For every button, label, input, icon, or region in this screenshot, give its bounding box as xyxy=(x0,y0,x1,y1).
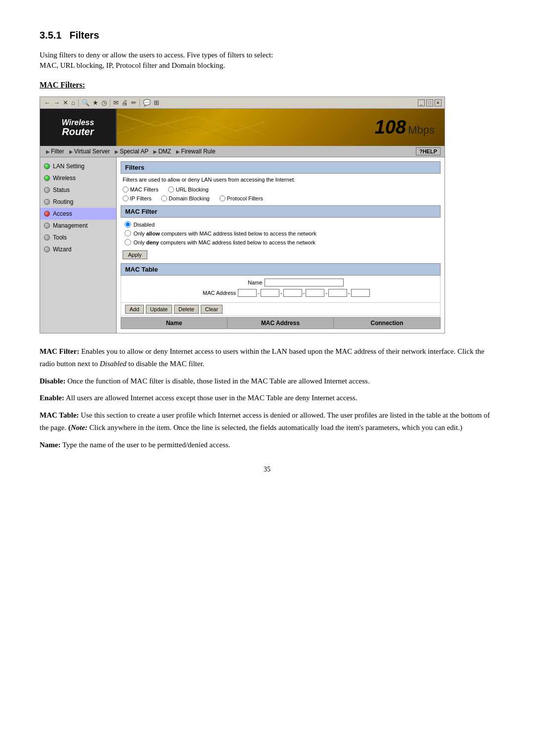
history-icon[interactable]: ◷ xyxy=(100,98,108,107)
page-number: 35 xyxy=(40,466,494,473)
minimize-button[interactable]: _ xyxy=(418,99,425,106)
delete-button[interactable]: Delete xyxy=(174,305,199,314)
dot-management xyxy=(44,223,50,229)
nav-filter-label: Filter xyxy=(51,148,64,155)
sidebar-item-access[interactable]: Access xyxy=(40,208,116,220)
filter-radio-ip[interactable] xyxy=(123,195,129,201)
search-icon[interactable]: 🔍 xyxy=(81,98,90,107)
filter-option-domain[interactable]: Domain Blocking xyxy=(161,195,210,201)
close-button[interactable]: ✕ xyxy=(435,99,442,106)
grid-icon[interactable]: ⊞ xyxy=(153,98,160,107)
dot-routing xyxy=(44,199,50,205)
content-area: Filters Filters are used to allow or den… xyxy=(117,157,445,333)
nav-vs-arrow: ▶ xyxy=(69,149,73,154)
nav-virtual-server[interactable]: ▶ Virtual Server xyxy=(67,147,112,155)
nav-firewall-rule[interactable]: ▶ Firewall Rule xyxy=(174,147,217,155)
mac-field-4[interactable] xyxy=(306,289,324,297)
mac-label-allow: Only allow computers with MAC address li… xyxy=(134,231,316,236)
mac-address-row: MAC Address - - - - - xyxy=(125,289,436,297)
filters-title-bar: Filters xyxy=(121,161,441,174)
filter-option-url[interactable]: URL Blocking xyxy=(168,187,208,192)
mac-radio-disabled[interactable] xyxy=(125,221,131,228)
nav-dmz[interactable]: ▶ DMZ xyxy=(151,147,173,155)
filter-option-protocol[interactable]: Protocol Filters xyxy=(220,195,263,201)
filter-option-mac[interactable]: MAC Filters xyxy=(123,187,158,192)
mac-field-3[interactable] xyxy=(283,289,302,297)
mac-address-label: MAC Address xyxy=(191,290,236,296)
name-form-row: Name xyxy=(125,279,436,286)
sidebar-item-wireless[interactable]: Wireless xyxy=(40,172,116,184)
mac-option-disabled[interactable]: Disabled xyxy=(123,221,439,228)
nav-vs-label: Virtual Server xyxy=(74,148,110,155)
mac-field-2[interactable] xyxy=(261,289,279,297)
discuss-icon[interactable]: 💬 xyxy=(142,98,152,107)
sidebar-item-lan-setting[interactable]: LAN Setting xyxy=(40,160,116,172)
forward-icon[interactable]: → xyxy=(52,98,61,107)
add-button[interactable]: Add xyxy=(125,305,144,314)
sidebar-item-management[interactable]: Management xyxy=(40,220,116,232)
mail-icon[interactable]: ✉ xyxy=(112,98,120,107)
mac-radio-allow[interactable] xyxy=(125,230,131,236)
desc-mac-filter-bold: MAC Filter: xyxy=(40,347,79,355)
mac-field-6[interactable] xyxy=(351,289,370,297)
help-button[interactable]: ?HELP xyxy=(416,147,441,155)
router-logo: Wireless Router xyxy=(40,109,117,146)
filter-radio-domain[interactable] xyxy=(161,195,167,201)
mac-sep-2: - xyxy=(280,290,282,296)
mac-field-5[interactable] xyxy=(328,289,347,297)
sidebar-label-status: Status xyxy=(53,187,70,193)
desc-disable-text: Once the function of MAC filter is disab… xyxy=(67,377,369,385)
mac-option-deny[interactable]: Only deny computers with MAC address lis… xyxy=(123,238,439,246)
filter-radio-mac[interactable] xyxy=(123,187,129,192)
browser-window: ← → ✕ ⌂ 🔍 ★ ◷ ✉ 🖨 ✏ 💬 ⊞ _ □ ✕ Wireless R… xyxy=(40,96,445,333)
desc-mac-filter: MAC Filter: Enables you to allow or deny… xyxy=(40,345,494,370)
filter-radio-protocol[interactable] xyxy=(220,195,225,201)
mac-option-allow[interactable]: Only allow computers with MAC address li… xyxy=(123,230,439,237)
speed-display: 108 Mbps xyxy=(375,117,435,138)
nav-sap-arrow: ▶ xyxy=(115,149,119,154)
mac-radio-deny[interactable] xyxy=(125,239,131,245)
mac-filters-heading: MAC Filters: xyxy=(40,81,494,90)
nav-filter[interactable]: ▶ Filter xyxy=(44,147,66,155)
filter-options-row2: IP Filters Domain Blocking Protocol Filt… xyxy=(121,194,441,202)
mac-sep-5: - xyxy=(348,290,350,296)
name-input[interactable] xyxy=(265,279,344,286)
col-name: Name xyxy=(121,318,227,329)
nav-special-ap[interactable]: ▶ Special AP xyxy=(113,147,150,155)
desc-mac-filter-text: Enables you to allow or deny Internet ac… xyxy=(40,347,485,368)
nav-dmz-label: DMZ xyxy=(158,148,171,155)
edit-icon[interactable]: ✏ xyxy=(130,98,137,107)
home-icon[interactable]: ⌂ xyxy=(70,98,76,107)
action-buttons-row: Add Update Delete Clear xyxy=(121,303,441,316)
fav-icon[interactable]: ★ xyxy=(91,98,99,107)
print-icon[interactable]: 🖨 xyxy=(121,98,129,107)
sidebar-item-tools[interactable]: Tools xyxy=(40,232,116,243)
filter-radio-url[interactable] xyxy=(168,187,174,192)
back-icon[interactable]: ← xyxy=(43,98,51,107)
dot-lan-setting xyxy=(44,163,50,169)
filter-option-ip[interactable]: IP Filters xyxy=(123,195,151,201)
mac-label-disabled: Disabled xyxy=(134,222,155,228)
clear-button[interactable]: Clear xyxy=(201,305,222,314)
sidebar-label-access: Access xyxy=(53,210,72,217)
maximize-button[interactable]: □ xyxy=(426,99,433,106)
sidebar-item-routing[interactable]: Routing xyxy=(40,196,116,208)
sidebar-item-status[interactable]: Status xyxy=(40,184,116,196)
mac-field-1[interactable] xyxy=(238,289,257,297)
stop-icon[interactable]: ✕ xyxy=(62,98,69,107)
mac-sep-1: - xyxy=(258,290,260,296)
sidebar-item-wizard[interactable]: Wizard xyxy=(40,243,116,255)
brand-router: Router xyxy=(62,127,93,137)
filter-label-ip: IP Filters xyxy=(130,195,151,201)
nav-dmz-arrow: ▶ xyxy=(153,149,157,154)
sidebar-label-management: Management xyxy=(53,222,88,229)
desc-mac-table: MAC Table: Use this section to create a … xyxy=(40,409,494,434)
apply-button[interactable]: Apply xyxy=(123,250,147,259)
update-button[interactable]: Update xyxy=(146,305,172,314)
desc-disable-bold: Disable: xyxy=(40,377,66,385)
dot-wizard xyxy=(44,246,50,252)
main-layout: LAN Setting Wireless Status Routing Acce… xyxy=(40,157,445,333)
col-mac: MAC Address xyxy=(227,318,334,329)
nav-sap-label: Special AP xyxy=(120,148,148,155)
sidebar-label-wireless: Wireless xyxy=(53,175,76,182)
